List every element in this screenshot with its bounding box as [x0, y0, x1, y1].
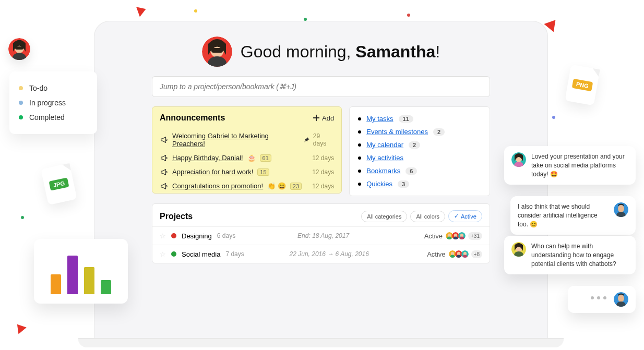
bullet-icon: [358, 130, 361, 134]
count-badge: 6: [406, 167, 417, 175]
projects-card: Projects All categories All colors ✓ Act…: [152, 203, 490, 263]
avatar: [614, 292, 628, 307]
count-badge: 2: [433, 128, 445, 136]
megaphone-icon: [160, 136, 168, 143]
quicklink-link[interactable]: My activities: [366, 154, 403, 162]
legend-dot-icon: [19, 86, 23, 90]
app-window: Good morning, Samantha! Announcements Ad…: [94, 21, 548, 344]
chat-bubble[interactable]: I also think that we should consider art…: [510, 196, 636, 235]
project-color-dot: [171, 233, 176, 238]
count-badge: 2: [409, 141, 420, 149]
bullet-icon: [358, 183, 361, 186]
bullet-icon: [358, 143, 361, 147]
avatar: [457, 231, 467, 240]
file-badge-png: PNG: [565, 65, 600, 106]
quicklink-link[interactable]: My tasks: [366, 115, 393, 123]
chat-text: I also think that we should consider art…: [518, 202, 609, 228]
reaction-count: 15: [257, 168, 269, 176]
chat-bubble[interactable]: Loved your presentation and your take on…: [504, 146, 636, 185]
announcement-item[interactable]: Welcoming Gabriel to Marketing Preachers…: [152, 129, 341, 151]
chat-text: Who can help me with understanding how t…: [531, 242, 628, 268]
chat-typing[interactable]: [568, 286, 636, 313]
dashboard: Announcements Add Welcoming Gabriel to M…: [152, 106, 490, 196]
project-row[interactable]: ☆Designing6 daysEnd: 18 Aug, 2017Active+…: [152, 226, 490, 245]
legend-item: In progress: [19, 95, 88, 110]
quicklink-item[interactable]: Bookmarks6: [358, 164, 481, 177]
confetti-dot: [407, 14, 410, 17]
quicklink-link[interactable]: My calendar: [366, 141, 403, 149]
quicklink-item[interactable]: Events & milestones2: [358, 125, 481, 138]
confetti-dot: [21, 216, 24, 219]
projects-title: Projects: [160, 212, 358, 221]
project-members[interactable]: +31: [448, 231, 482, 240]
quicklink-link[interactable]: Bookmarks: [366, 167, 400, 175]
avatar: [460, 249, 470, 259]
search: [152, 76, 490, 97]
star-icon[interactable]: ☆: [160, 232, 166, 240]
quicklink-link[interactable]: Quickies: [366, 180, 392, 188]
filter-categories[interactable]: All categories: [361, 211, 407, 222]
chat-text: Loved your presentation and your take on…: [531, 152, 628, 178]
avatar: [614, 202, 628, 217]
svg-point-36: [618, 295, 624, 302]
star-icon[interactable]: ☆: [160, 250, 166, 258]
announcement-link[interactable]: Congratulations on promotion!: [172, 182, 263, 190]
legend-label: In progress: [29, 99, 66, 107]
announcement-item[interactable]: Appreciation for hard work! 1512 days: [152, 165, 341, 179]
quicklinks-card: My tasks11Events & milestones2My calenda…: [349, 106, 490, 196]
filter-colors[interactable]: All colors: [410, 211, 445, 222]
megaphone-icon: [160, 168, 168, 176]
project-dates: End: 18 Aug, 2017: [241, 232, 406, 239]
members-more: +8: [471, 250, 482, 258]
svg-point-30: [618, 205, 624, 212]
legend-card: To-doIn progressCompleted: [9, 71, 97, 134]
announcement-link[interactable]: Welcoming Gabriel to Marketing Preachers…: [172, 132, 299, 148]
greeting: Good morning, Samantha!: [241, 42, 440, 62]
announcement-link[interactable]: Happy Birthday, Danial!: [172, 154, 243, 162]
confetti-dot: [552, 116, 555, 119]
quicklink-item[interactable]: Quickies3: [358, 177, 481, 190]
header: Good morning, Samantha!: [120, 37, 522, 67]
quicklink-link[interactable]: Events & milestones: [366, 128, 428, 136]
project-dates: 22 Jun, 2016 → 6 Aug, 2016: [249, 250, 409, 258]
project-members[interactable]: +8: [451, 249, 482, 259]
avatar[interactable]: [202, 37, 232, 67]
chart-bar: [101, 280, 111, 294]
file-badge-jpg: JPG: [41, 163, 77, 205]
avatar: [511, 152, 526, 167]
confetti-triangle-icon: [136, 4, 148, 17]
legend-dot-icon: [19, 115, 23, 119]
chart-bar: [84, 267, 94, 294]
file-tag: JPG: [49, 177, 69, 190]
announcement-item[interactable]: Congratulations on promotion! 👏 😄 2312 d…: [152, 179, 341, 193]
project-name: Social media: [182, 250, 220, 258]
laptop-base: [78, 338, 564, 347]
project-age: 7 days: [225, 250, 244, 258]
announcements-title: Announcements: [160, 113, 313, 123]
bullet-icon: [358, 156, 361, 160]
announcement-link[interactable]: Appreciation for hard work!: [172, 168, 253, 176]
quicklink-item[interactable]: My tasks11: [358, 112, 481, 125]
add-label: Add: [322, 114, 334, 122]
quicklink-item[interactable]: My calendar2: [358, 138, 481, 151]
pin-icon: [303, 136, 309, 143]
confetti-dot: [194, 9, 197, 13]
announcement-item[interactable]: Happy Birthday, Danial! 🎂 6112 days: [152, 151, 341, 165]
count-badge: 3: [398, 180, 409, 188]
floating-avatar[interactable]: [8, 38, 30, 60]
project-age: 6 days: [217, 232, 235, 239]
add-announcement-button[interactable]: Add: [313, 114, 334, 122]
project-row[interactable]: ☆Social media7 days22 Jun, 2016 → 6 Aug,…: [152, 245, 490, 263]
legend-label: To-do: [29, 84, 47, 92]
avatar: [511, 242, 526, 257]
search-input[interactable]: [152, 76, 490, 97]
announcement-age: 12 days: [312, 154, 334, 162]
emoji: 👏 😄: [267, 182, 286, 190]
quicklink-item[interactable]: My activities: [358, 151, 481, 164]
members-more: +31: [468, 232, 482, 240]
filter-active[interactable]: ✓ Active: [448, 210, 482, 222]
chat-bubble[interactable]: Who can help me with understanding how t…: [504, 236, 636, 274]
legend-item: Completed: [19, 110, 88, 125]
project-status: Active: [411, 232, 443, 240]
legend-item: To-do: [19, 81, 88, 95]
